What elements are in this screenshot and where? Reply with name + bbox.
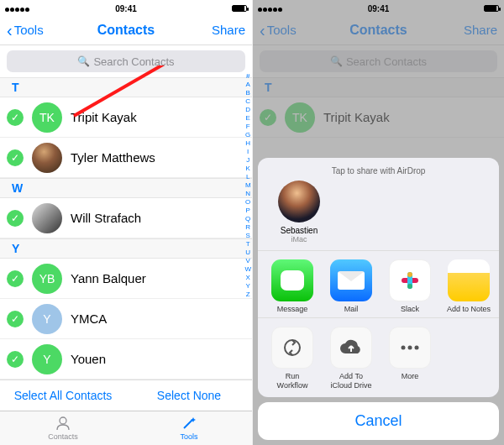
bulk-actions: Select All Contacts Select None [0,380,252,411]
share-app-message[interactable]: Message [263,259,322,314]
svg-point-8 [408,346,412,350]
share-app-mail[interactable]: Mail [322,259,381,314]
message-icon [271,259,313,301]
svg-rect-5 [407,284,412,289]
slack-icon [389,259,431,301]
airdrop-avatar [278,181,320,222]
section-header-y: Y [0,238,252,259]
svg-point-0 [60,417,66,424]
contact-row[interactable]: ✓ Tyler Matthews [0,138,252,178]
battery-icon [232,5,247,12]
share-sheet: Tap to share with AirDrop Sebastien iMac… [258,158,499,440]
contact-name: Tripit Kayak [71,110,137,124]
status-time: 09:41 [0,4,252,13]
share-app-slack[interactable]: Slack [381,259,439,314]
status-bar: 09:41 [0,0,252,15]
alphabet-index[interactable]: #ABCDEFGHIJKLMNOPQRSTUVWXYZ [244,72,251,299]
contact-name: YMCA [71,312,107,326]
contact-row[interactable]: ✓ Y Youen [0,339,252,380]
cloud-upload-icon [330,327,372,369]
tab-tools[interactable]: Tools [126,411,252,445]
notes-icon [448,259,490,301]
contact-name: Youen [71,352,106,366]
section-header-w: W [0,178,252,198]
select-none-button[interactable]: Select None [126,380,252,411]
mail-icon [330,259,372,301]
checkmark-icon[interactable]: ✓ [7,210,24,227]
share-action-workflow[interactable]: RunWorkflow [263,327,322,390]
avatar: Y [32,304,62,334]
contact-name: Yann Balquer [71,271,146,285]
contact-row[interactable]: ✓ YB Yann Balquer [0,259,252,299]
share-button[interactable]: Share [212,23,245,37]
tab-contacts[interactable]: Contacts [0,411,126,445]
contact-row[interactable]: ✓ Will Strafach [0,198,252,238]
avatar: YB [32,264,62,294]
back-button[interactable]: ‹Tools [7,22,44,39]
airdrop-hint: Tap to share with AirDrop [258,166,499,175]
airdrop-contact[interactable]: Sebastien iMac [271,181,327,243]
checkmark-icon[interactable]: ✓ [7,351,24,368]
right-screen: 09:41 ‹Tools Contacts Share 🔍Search Cont… [252,0,504,445]
cancel-button[interactable]: Cancel [258,402,499,440]
share-action-icloud[interactable]: Add ToiCloud Drive [322,327,381,390]
chevron-left-icon: ‹ [7,22,13,39]
search-input[interactable]: 🔍 Search Contacts [7,50,245,72]
svg-rect-4 [407,272,412,277]
search-placeholder: Search Contacts [93,55,174,68]
contact-row[interactable]: ✓ TK Tripit Kayak [0,97,252,138]
avatar [32,203,62,233]
avatar: TK [32,102,62,133]
search-icon: 🔍 [77,55,90,67]
checkmark-icon[interactable]: ✓ [7,109,24,126]
share-action-more[interactable]: More [381,327,439,390]
avatar [32,143,62,173]
section-header-t: T [0,77,252,97]
contact-row[interactable]: ✓ Y YMCA [0,299,252,339]
tab-bar: Contacts Tools [0,411,252,445]
svg-point-6 [285,340,300,355]
nav-bar: ‹Tools Contacts Share [0,15,252,45]
checkmark-icon[interactable]: ✓ [7,311,24,327]
more-icon [389,327,431,369]
person-icon [55,415,71,432]
action-label: RunWorkflow [263,372,322,390]
action-label: Add ToiCloud Drive [322,372,381,390]
wand-icon [181,415,197,432]
checkmark-icon[interactable]: ✓ [7,149,24,166]
svg-point-7 [402,346,406,350]
workflow-icon [271,327,313,369]
avatar: Y [32,344,62,374]
share-app-notes[interactable]: Add to Notes [439,259,498,314]
contact-name: Will Strafach [71,211,141,225]
checkmark-icon[interactable]: ✓ [7,270,24,287]
left-screen: 09:41 ‹Tools Contacts Share 🔍 Search Con… [0,0,252,445]
svg-point-9 [415,346,419,350]
contact-name: Tyler Matthews [71,150,155,165]
select-all-button[interactable]: Select All Contacts [0,380,126,411]
